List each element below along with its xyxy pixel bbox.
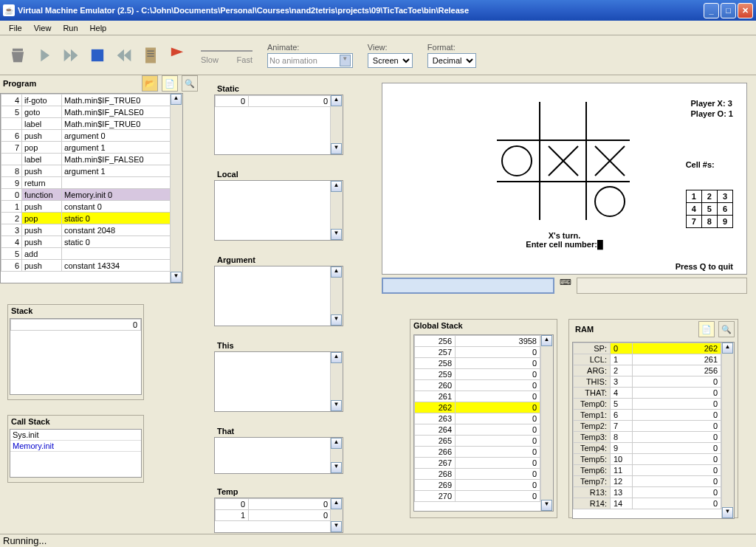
program-row[interactable]: 5add	[1, 248, 182, 260]
stack-panel: Stack 0	[7, 304, 144, 400]
ram-row[interactable]: R14:140	[574, 498, 721, 509]
program-title: Program	[0, 78, 39, 89]
globalstack-row[interactable]: 2563958	[415, 336, 540, 347]
speed-slider[interactable]: SlowFast	[201, 47, 252, 64]
program-row[interactable]: labelMath.min$IF_TRUE0	[1, 118, 182, 130]
program-row[interactable]: 5gotoMath.min$IF_FALSE0	[1, 106, 182, 118]
toolbar: SlowFast Animate: No animation▼ View: Sc…	[0, 35, 756, 75]
globalstack-row[interactable]: 2630	[415, 413, 540, 424]
globalstack-row[interactable]: 2580	[415, 358, 540, 369]
static-scrollbar[interactable]: ▲▼	[330, 95, 343, 154]
menu-view[interactable]: View	[28, 22, 58, 34]
keyboard-bar: ⌨	[382, 278, 747, 294]
globalstack-row[interactable]: 2590	[415, 369, 540, 380]
rewind-button[interactable]	[112, 44, 136, 67]
minimize-button[interactable]: _	[704, 3, 719, 18]
new-button[interactable]: 📄	[162, 75, 178, 92]
turn-text: X's turn. Enter cell number:█	[526, 231, 602, 249]
globalstack-table[interactable]: 2563958257025802590260026102620263026402…	[413, 334, 554, 512]
script-button[interactable]	[139, 44, 162, 67]
view-label: View:	[368, 43, 413, 52]
ram-row[interactable]: Temp2:70	[574, 421, 721, 432]
globalstack-row[interactable]: 2660	[415, 447, 540, 458]
svg-point-5	[502, 146, 532, 176]
fast-forward-button[interactable]	[59, 44, 83, 67]
menubar: File View Run Help	[0, 21, 756, 35]
maximize-button[interactable]: □	[721, 3, 736, 18]
stop-button[interactable]	[86, 44, 109, 67]
ram-row[interactable]: Temp3:80	[574, 432, 721, 443]
keyboard-icon: ⌨	[554, 278, 577, 294]
program-row[interactable]: labelMath.min$IF_FALSE0	[1, 154, 182, 165]
ram-open-button[interactable]: 📄	[698, 321, 715, 337]
program-row[interactable]: 6pushargument 0	[1, 130, 182, 142]
this-panel: This ▲▼	[214, 340, 343, 412]
format-select[interactable]: Decimal	[427, 53, 476, 68]
ram-row[interactable]: R13:130	[574, 487, 721, 498]
program-scrollbar[interactable]: ▲▼	[170, 94, 182, 283]
globalstack-row[interactable]: 2640	[415, 424, 540, 436]
temp-panel: Temp 0010▲▼	[214, 486, 343, 533]
ram-row[interactable]: Temp7:120	[574, 476, 721, 487]
keyboard-input[interactable]	[382, 278, 554, 294]
ram-table[interactable]: SP:0262LCL:1261ARG:2256THIS:30THAT:40Tem…	[572, 342, 735, 519]
globalstack-row[interactable]: 2600	[415, 380, 540, 391]
ram-row[interactable]: Temp4:90	[574, 443, 721, 454]
program-row[interactable]: 9return	[1, 177, 182, 189]
program-table[interactable]: 4if-gotoMath.min$IF_TRUE05gotoMath.min$I…	[0, 93, 183, 283]
program-row[interactable]: 3pushconstant 2048	[1, 224, 182, 236]
open-button[interactable]	[6, 44, 30, 67]
animate-label: Animate:	[267, 43, 353, 52]
globalstack-row[interactable]: 2650	[415, 436, 540, 447]
cell-guide: Cell #s: 123456789	[686, 142, 733, 246]
callstack-item[interactable]: Memory.init	[10, 441, 141, 452]
globalstack-row[interactable]: 2700	[415, 491, 540, 502]
search-button[interactable]: 🔍	[182, 75, 198, 92]
flag-button[interactable]	[165, 44, 189, 67]
program-row[interactable]: 6pushconstant 14334	[1, 260, 182, 272]
ram-row[interactable]: ARG:2256	[574, 365, 721, 376]
ram-row[interactable]: Temp5:100	[574, 454, 721, 465]
stack-table[interactable]: 0	[10, 318, 142, 395]
step-button[interactable]	[32, 44, 56, 67]
program-row[interactable]: 0functionMemory.init 0	[1, 189, 182, 201]
callstack-panel: Call Stack Sys.initMemory.init	[7, 415, 144, 483]
globalstack-row[interactable]: 2690	[415, 480, 540, 491]
ram-row[interactable]: SP:0262	[574, 343, 721, 354]
screen-output: Player X: 3 Player O: 1 Cell #s: 1234567…	[382, 83, 747, 275]
open-folder-button[interactable]: 📂	[142, 75, 158, 92]
ram-row[interactable]: Temp0:50	[574, 399, 721, 410]
ram-row[interactable]: LCL:1261	[574, 354, 721, 365]
ram-search-button[interactable]: 🔍	[718, 321, 735, 337]
local-panel: Local ▲▼	[214, 168, 343, 241]
program-row[interactable]: 1pushconstant 0	[1, 201, 182, 213]
ram-row[interactable]: Temp1:60	[574, 410, 721, 421]
format-label: Format:	[427, 43, 476, 52]
globalstack-row[interactable]: 2620	[415, 402, 540, 413]
globalstack-row[interactable]: 2610	[415, 391, 540, 402]
close-button[interactable]: ✕	[738, 3, 753, 18]
ram-row[interactable]: Temp6:110	[574, 465, 721, 476]
program-row[interactable]: 2popstatic 0	[1, 213, 182, 224]
program-row[interactable]: 4if-gotoMath.min$IF_TRUE0	[1, 94, 182, 106]
quit-text: Press Q to quit	[676, 262, 733, 271]
callstack-item[interactable]: Sys.init	[10, 430, 141, 441]
animate-select[interactable]: No animation▼	[267, 53, 353, 68]
that-panel: That ▲▼	[214, 425, 343, 474]
program-panel: Program 📂 📄 🔍 4if-gotoMath.min$IF_TRUE05…	[0, 75, 198, 283]
program-row[interactable]: 4pushstatic 0	[1, 236, 182, 248]
menu-help[interactable]: Help	[84, 22, 113, 34]
program-row[interactable]: 8pushargument 1	[1, 165, 182, 177]
callstack-list[interactable]: Sys.initMemory.init	[10, 429, 142, 478]
globalstack-row[interactable]: 2680	[415, 469, 540, 480]
globalstack-panel: Global Stack 256395825702580259026002610…	[410, 319, 557, 518]
ram-row[interactable]: THAT:40	[574, 388, 721, 399]
tictactoe-board	[493, 98, 633, 225]
menu-file[interactable]: File	[3, 22, 28, 34]
menu-run[interactable]: Run	[57, 22, 83, 34]
view-select[interactable]: Screen	[368, 53, 413, 68]
program-row[interactable]: 7popargument 1	[1, 142, 182, 154]
globalstack-row[interactable]: 2670	[415, 458, 540, 469]
ram-row[interactable]: THIS:30	[574, 376, 721, 388]
globalstack-row[interactable]: 2570	[415, 347, 540, 358]
